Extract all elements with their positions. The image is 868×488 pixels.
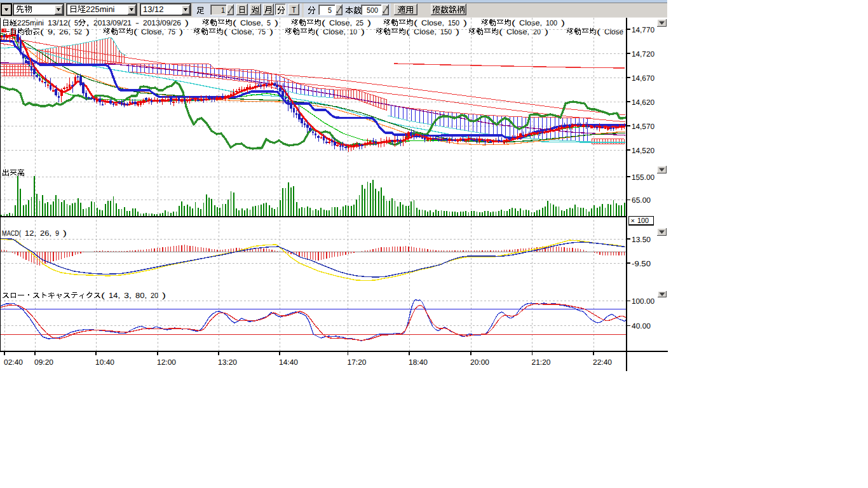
svg-text:(: ( [133, 27, 137, 36]
svg-text:Close,: Close, [329, 18, 352, 27]
svg-text:): ) [361, 27, 365, 36]
svg-text:14,520: 14,520 [632, 146, 654, 155]
svg-text:): ) [269, 27, 273, 36]
svg-text:150: 150 [448, 18, 459, 27]
svg-text:500: 500 [367, 6, 378, 15]
svg-text:-9.50: -9.50 [632, 259, 651, 268]
svg-text:20: 20 [533, 27, 541, 36]
svg-text:): ) [162, 291, 166, 300]
svg-text:52: 52 [74, 27, 82, 36]
svg-text:×: × [631, 217, 635, 225]
svg-text:Close,: Close, [240, 18, 263, 27]
svg-text:10: 10 [349, 27, 357, 36]
svg-text:14,770: 14,770 [632, 25, 654, 34]
svg-text:2013/09/21: 2013/09/21 [93, 18, 132, 27]
svg-text:(: ( [315, 27, 319, 36]
svg-text:75: 75 [168, 27, 175, 36]
svg-text:225mini: 225mini [17, 18, 44, 27]
svg-text:100.00: 100.00 [632, 297, 654, 306]
svg-text:9: 9 [55, 229, 59, 238]
svg-text:Close,: Close, [231, 27, 254, 36]
svg-text:150: 150 [440, 27, 452, 36]
svg-text:20:00: 20:00 [470, 358, 489, 367]
svg-text:14,: 14, [109, 291, 120, 300]
svg-text:5: 5 [267, 18, 271, 27]
svg-text:09:20: 09:20 [34, 358, 53, 367]
svg-text:13:20: 13:20 [218, 358, 237, 367]
svg-text:): ) [545, 27, 548, 36]
svg-text:12:00: 12:00 [157, 358, 176, 367]
svg-text:40.00: 40.00 [632, 322, 651, 330]
svg-text:13/12: 13/12 [143, 4, 164, 14]
svg-text:(: ( [101, 291, 105, 300]
svg-text:02:40: 02:40 [4, 358, 23, 367]
svg-text:26,: 26, [59, 27, 71, 36]
svg-text:21:20: 21:20 [532, 358, 551, 367]
svg-text:(: ( [322, 18, 325, 27]
svg-text:12,: 12, [25, 229, 36, 238]
svg-text:75: 75 [258, 27, 266, 36]
svg-text:-: - [135, 18, 139, 27]
svg-text:Close,: Close, [421, 18, 444, 27]
svg-text:): ) [367, 18, 371, 27]
svg-text:(: ( [597, 27, 600, 36]
svg-text:MACD(: MACD( [2, 229, 21, 238]
svg-text:20: 20 [151, 291, 158, 300]
svg-text:): ) [456, 27, 459, 36]
svg-text:9,: 9, [48, 27, 55, 36]
svg-text:(: ( [414, 18, 417, 27]
svg-text:Close,: Close, [323, 27, 346, 36]
svg-text:100: 100 [637, 216, 649, 225]
svg-text:): ) [179, 27, 183, 36]
svg-text:14,620: 14,620 [632, 98, 654, 107]
svg-text:155.00: 155.00 [632, 173, 654, 182]
svg-text:T: T [292, 5, 296, 15]
svg-text:5: 5 [328, 6, 332, 15]
svg-text:Close,: Close, [414, 27, 437, 36]
svg-text:80,: 80, [135, 291, 147, 300]
svg-text:): ) [86, 27, 90, 36]
svg-text:1: 1 [221, 6, 225, 15]
svg-text:): ) [63, 229, 67, 238]
svg-text:25: 25 [356, 18, 363, 27]
svg-text:14:40: 14:40 [279, 358, 298, 367]
svg-text:225mini: 225mini [86, 4, 115, 14]
svg-text:10:40: 10:40 [95, 358, 114, 367]
svg-text:5: 5 [74, 18, 78, 27]
svg-text:3,: 3, [124, 291, 132, 300]
svg-text:(: ( [40, 27, 44, 36]
svg-text:18:40: 18:40 [409, 358, 428, 367]
svg-text:Close,: Close, [519, 18, 542, 27]
svg-text:Close,: Close, [506, 27, 529, 36]
svg-text:13.50: 13.50 [632, 235, 651, 244]
svg-text:14,670: 14,670 [632, 74, 654, 83]
svg-text:): ) [185, 18, 189, 27]
svg-text:26,: 26, [40, 229, 51, 238]
svg-text:14,720: 14,720 [632, 50, 654, 58]
svg-text:22:40: 22:40 [593, 358, 612, 367]
svg-text:65.00: 65.00 [632, 196, 651, 205]
svg-text:,: , [86, 18, 90, 27]
svg-text:2013/09/26: 2013/09/26 [143, 18, 181, 27]
svg-text:Close,: Close, [141, 27, 164, 36]
svg-text:(: ( [224, 27, 227, 36]
svg-text:13/12(: 13/12( [48, 18, 71, 27]
svg-text:): ) [275, 18, 278, 27]
svg-text:14,570: 14,570 [632, 122, 654, 131]
svg-text:100: 100 [546, 18, 557, 27]
svg-text:): ) [463, 18, 467, 27]
svg-text:(: ( [233, 18, 236, 27]
svg-text:(: ( [499, 27, 503, 36]
svg-text:(: ( [512, 18, 515, 27]
svg-text:17:20: 17:20 [348, 358, 367, 367]
svg-text:): ) [561, 18, 565, 27]
svg-text:Close: Close [604, 27, 623, 36]
